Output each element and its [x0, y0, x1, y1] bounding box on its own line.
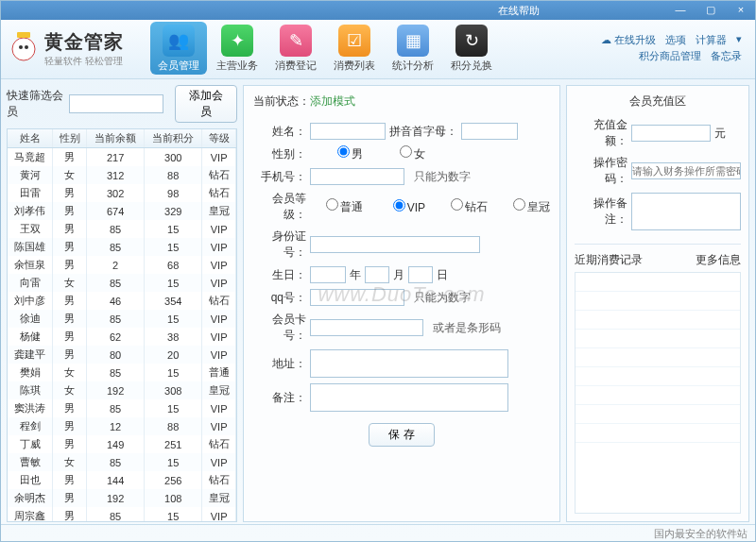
save-button[interactable]: 保 存	[369, 423, 434, 447]
amount-input[interactable]	[631, 125, 711, 142]
toolbar-label: 统计分析	[392, 59, 434, 73]
minimize-button[interactable]: —	[672, 4, 689, 17]
toolbar-5[interactable]: ↻积分兑换	[443, 22, 500, 75]
recharge-title: 会员充值区	[575, 93, 741, 110]
table-header[interactable]: 姓名	[8, 129, 53, 148]
card-label: 会员卡号：	[253, 312, 306, 344]
online-upgrade-link[interactable]: ☁ 在线升级	[601, 33, 656, 47]
recent-log-label: 近期消费记录	[575, 252, 643, 268]
points-mgmt-link[interactable]: 积分商品管理	[639, 49, 701, 63]
toolbar-icon: ↻	[455, 25, 488, 57]
level-vip-radio[interactable]: VIP	[372, 199, 425, 214]
svg-point-2	[19, 45, 23, 49]
gender-label: 性别：	[253, 146, 306, 162]
toolbar-1[interactable]: ✦主营业务	[209, 22, 266, 75]
card-hint: 或者是条形码	[433, 320, 501, 336]
level-crown-radio[interactable]: 皇冠	[497, 198, 550, 215]
name-label: 姓名：	[253, 124, 306, 140]
add-member-button[interactable]: 添加会员	[175, 85, 237, 123]
table-row[interactable]: 曹敏女8515VIP	[8, 453, 236, 471]
pinyin-input[interactable]	[461, 123, 518, 140]
table-row[interactable]: 程剑男1288VIP	[8, 417, 236, 435]
table-row[interactable]: 陈国雄男8515VIP	[8, 238, 236, 256]
amount-label: 充值金额：	[575, 117, 627, 149]
op-remark-label: 操作备注：	[575, 195, 627, 228]
qq-input[interactable]	[310, 289, 404, 306]
more-info-link[interactable]: 更多信息	[696, 252, 741, 268]
toolbar-label: 积分兑换	[451, 59, 492, 73]
logo-icon	[9, 29, 39, 67]
table-row[interactable]: 陈琪女192308皇冠	[8, 381, 236, 399]
pwd-input[interactable]	[631, 162, 741, 179]
level-normal-radio[interactable]: 普通	[310, 198, 363, 215]
remark-input[interactable]	[310, 383, 508, 412]
level-diamond-radio[interactable]: 钻石	[435, 198, 488, 215]
restore-button[interactable]: ▢	[702, 4, 719, 17]
table-row[interactable]: 徐迪男8515VIP	[8, 310, 236, 328]
calculator-link[interactable]: 计算器	[696, 33, 727, 47]
online-help-link[interactable]: 在线帮助	[498, 4, 540, 18]
table-row[interactable]: 余恒泉男268VIP	[8, 256, 236, 274]
close-button[interactable]: ×	[732, 4, 749, 17]
phone-hint: 只能为数字	[414, 169, 471, 185]
table-row[interactable]: 田雷男30298钻石	[8, 184, 236, 202]
table-header[interactable]: 性别	[53, 129, 87, 148]
toolbar-icon: ✦	[221, 25, 253, 57]
level-label: 会员等级：	[253, 191, 306, 223]
table-header[interactable]: 当前积分	[145, 129, 202, 148]
status-label: 当前状态：添加模式	[253, 93, 355, 110]
gender-female-radio[interactable]: 女	[372, 145, 425, 162]
toolbar-3[interactable]: ☑消费列表	[326, 22, 383, 75]
phone-input[interactable]	[310, 168, 404, 185]
toolbar-label: 主营业务	[216, 59, 258, 73]
remark-label: 备注：	[253, 390, 306, 406]
table-row[interactable]: 田也男144256钻石	[8, 471, 236, 489]
svg-point-0	[12, 38, 35, 60]
options-link[interactable]: 选项	[665, 33, 686, 47]
more-arrow-icon[interactable]: ▾	[736, 33, 742, 47]
app-subtitle: 轻量软件 轻松管理	[44, 55, 124, 68]
table-header[interactable]: 当前余额	[87, 129, 145, 148]
table-row[interactable]: 杨健男6238VIP	[8, 328, 236, 346]
table-row[interactable]: 丁威男149251钻石	[8, 435, 236, 453]
table-row[interactable]: 樊娟女8515普通	[8, 364, 236, 381]
idcard-input[interactable]	[310, 236, 480, 253]
memo-link[interactable]: 备忘录	[711, 49, 742, 63]
table-header[interactable]: 等级	[202, 129, 236, 148]
toolbar-label: 会员管理	[158, 59, 199, 73]
toolbar-2[interactable]: ✎消费登记	[267, 22, 324, 75]
table-row[interactable]: 向雷女8515VIP	[8, 274, 236, 292]
name-input[interactable]	[310, 123, 386, 140]
gender-male-radio[interactable]: 男	[310, 145, 363, 162]
table-row[interactable]: 王双男8515VIP	[8, 220, 236, 238]
recent-log-grid	[575, 272, 741, 514]
toolbar-icon: ☑	[338, 25, 370, 57]
toolbar-icon: ✎	[280, 25, 312, 57]
table-row[interactable]: 刘中彦男46354钻石	[8, 292, 236, 310]
filter-input[interactable]	[69, 94, 163, 113]
birth-day-input[interactable]	[408, 266, 433, 283]
svg-rect-1	[17, 32, 30, 38]
toolbar-icon: 👥	[163, 25, 195, 57]
toolbar-icon: ▦	[397, 25, 429, 57]
op-remark-input[interactable]	[631, 193, 741, 230]
table-row[interactable]: 龚建平男8020VIP	[8, 346, 236, 364]
pwd-label: 操作密码：	[575, 155, 627, 187]
table-row[interactable]: 马竟超男217300VIP	[8, 148, 236, 167]
qq-label: qq号：	[253, 290, 306, 306]
card-input[interactable]	[310, 319, 423, 336]
birth-month-input[interactable]	[365, 266, 389, 283]
brand: 黄金管家 轻量软件 轻松管理	[9, 29, 150, 68]
toolbar-0[interactable]: 👥会员管理	[150, 22, 207, 75]
toolbar-4[interactable]: ▦统计分析	[385, 22, 441, 75]
table-row[interactable]: 余明杰男192108皇冠	[8, 489, 236, 507]
birth-year-input[interactable]	[310, 266, 346, 283]
pinyin-label: 拼音首字母：	[389, 124, 457, 140]
idcard-label: 身份证号：	[253, 229, 306, 261]
table-row[interactable]: 周宗鑫男8515VIP	[8, 507, 236, 522]
addr-input[interactable]	[310, 349, 508, 378]
phone-label: 手机号：	[253, 169, 306, 185]
table-row[interactable]: 刘孝伟男674329皇冠	[8, 202, 236, 220]
table-row[interactable]: 窦洪涛男8515VIP	[8, 399, 236, 417]
table-row[interactable]: 黄河女31288钻石	[8, 166, 236, 184]
